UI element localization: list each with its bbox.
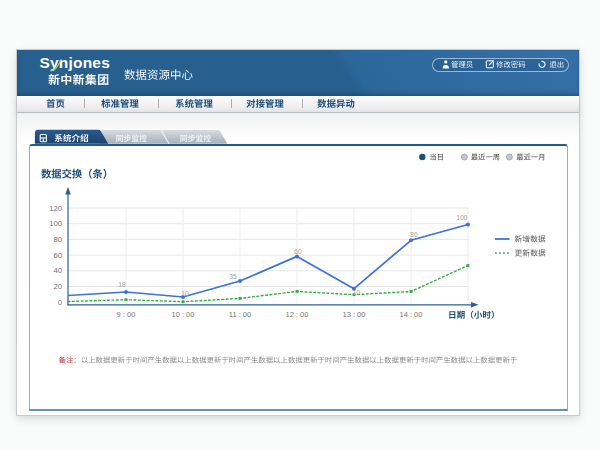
svg-text:18: 18 [118, 281, 126, 288]
svg-text:60: 60 [294, 248, 302, 255]
svg-text:Synjones: Synjones [40, 54, 111, 71]
svg-text:100: 100 [456, 214, 467, 221]
svg-text:40: 40 [53, 266, 62, 275]
svg-text:11 : 00: 11 : 00 [229, 310, 251, 319]
svg-text:10: 10 [181, 290, 189, 297]
svg-text:14 : 00: 14 : 00 [400, 310, 423, 319]
svg-text:60: 60 [53, 251, 62, 260]
svg-text:12 : 00: 12 : 00 [286, 310, 309, 319]
svg-text:80: 80 [53, 235, 62, 244]
svg-text:120: 120 [49, 204, 62, 213]
svg-text:20: 20 [53, 282, 62, 291]
svg-text:80: 80 [410, 231, 418, 238]
svg-text:10: 10 [353, 289, 361, 296]
svg-text:35: 35 [229, 273, 237, 280]
svg-text:10 : 00: 10 : 00 [172, 310, 195, 319]
svg-text:9 : 00: 9 : 00 [117, 310, 136, 319]
svg-text:0: 0 [58, 298, 62, 307]
svg-text:100: 100 [49, 219, 62, 228]
svg-text:13 : 00: 13 : 00 [343, 310, 366, 319]
